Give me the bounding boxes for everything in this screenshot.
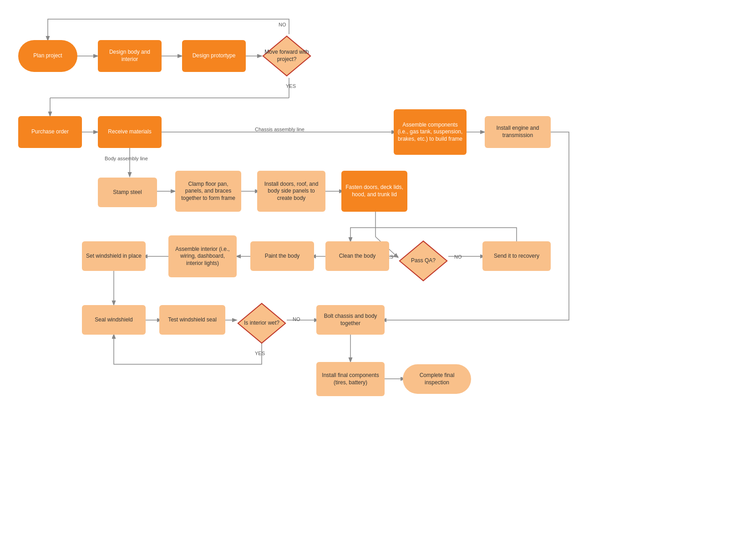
fasten-doors-node: Fasten doors, deck lids, hood, and trunk… [341,171,407,212]
pass-qa-label: Pass QA? [409,255,437,266]
assemble-components-node: Assemble components (i.e., gas tank, sus… [394,109,467,155]
no-wet-label: NO [293,316,300,322]
is-wet-diamond: Is interior wet? [232,298,291,348]
send-recovery-node: Send it to recovery [482,241,551,271]
body-line-label: Body assembly line [105,156,148,161]
clean-body-node: Clean the body [325,241,389,271]
assemble-interior-node: Assemble interior (i.e., wiring, dashboa… [168,235,237,277]
yes-label-top: YES [286,83,296,89]
no-qa-label: NO [454,254,462,260]
is-wet-label: Is interior wet? [242,318,281,329]
move-forward-diamond: Move forward with project? [257,31,316,81]
purchase-order-node: Purchase order [18,116,82,148]
complete-inspection-node: Complete final inspection [403,364,471,394]
set-windshield-node: Set windshield in place [82,241,146,271]
no-label-top: NO [279,22,286,27]
move-forward-label: Move forward with project? [261,47,313,65]
test-windshield-node: Test windshield seal [159,305,225,335]
yes-wet-label: YES [255,351,265,356]
design-body-node: Design body and interior [98,40,162,72]
receive-materials-node: Receive materials [98,116,162,148]
design-proto-node: Design protortype [182,40,246,72]
install-doors-node: Install doors, roof, and body side panel… [257,171,325,212]
clamp-floor-node: Clamp floor pan, panels, and braces toge… [175,171,241,212]
pass-qa-diamond: Pass QA? [394,236,453,286]
stamp-steel-node: Stamp steel [98,178,157,207]
plan-project-node: Plan project [18,40,77,72]
seal-windshield-node: Seal windshield [82,305,146,335]
paint-body-node: Paint the body [250,241,314,271]
chassis-line-label: Chassis assembly line [255,127,304,132]
bolt-chassis-node: Bolt chassis and body together [316,305,385,335]
install-final-node: Install final components (tires, battery… [316,362,385,396]
install-engine-node: Install engine and transmission [485,116,551,148]
